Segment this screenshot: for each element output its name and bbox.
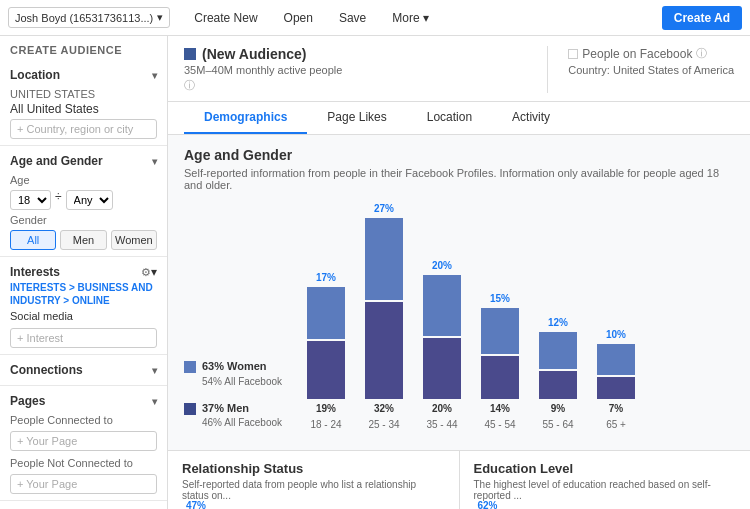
men-bar-1 bbox=[365, 302, 403, 399]
women-pct-5: 10% bbox=[606, 329, 626, 340]
location-chevron: ▾ bbox=[152, 70, 157, 81]
connected-to-label: People Connected to bbox=[10, 414, 157, 426]
women-bar-1 bbox=[365, 218, 403, 300]
age-label-1: 25 - 34 bbox=[368, 419, 399, 430]
age-label-3: 45 - 54 bbox=[484, 419, 515, 430]
age-gender-header[interactable]: Age and Gender ▾ bbox=[10, 152, 157, 170]
men-pct-3: 14% bbox=[490, 403, 510, 414]
connections-header[interactable]: Connections ▾ bbox=[10, 361, 157, 379]
relationship-desc: Self-reported data from people who list … bbox=[182, 479, 445, 501]
gender-men-button[interactable]: Men bbox=[60, 230, 106, 250]
tab-demographics[interactable]: Demographics bbox=[184, 102, 307, 134]
education-title: Education Level bbox=[474, 461, 737, 476]
interests-title[interactable]: Interests bbox=[10, 263, 141, 281]
sidebar-section-connections: Connections ▾ bbox=[0, 355, 167, 386]
fb-comparison-info: ⓘ bbox=[696, 46, 707, 61]
men-sub: 46% All Facebook bbox=[202, 416, 282, 430]
fb-comparison: People on Facebook ⓘ Country: United Sta… bbox=[547, 46, 734, 93]
legend-men: 37% Men 46% All Facebook bbox=[184, 401, 284, 430]
fb-comparison-title: People on Facebook ⓘ bbox=[568, 46, 734, 61]
pages-chevron: ▾ bbox=[152, 396, 157, 407]
bottom-cards: Relationship Status Self-reported data f… bbox=[168, 450, 750, 509]
sidebar-section-interests: Interests ⚙ ▾ INTERESTS > BUSINESS AND I… bbox=[0, 257, 167, 355]
tabs-bar: Demographics Page Likes Location Activit… bbox=[168, 102, 750, 135]
not-connected-to-input[interactable] bbox=[10, 474, 157, 494]
account-selector[interactable]: Josh Boyd (16531736113...) ▾ bbox=[8, 7, 170, 28]
women-bar-4 bbox=[539, 332, 577, 369]
create-new-button[interactable]: Create New bbox=[182, 7, 269, 29]
women-pct-4: 12% bbox=[548, 317, 568, 328]
content-area: (New Audience) 35M–40M monthly active pe… bbox=[168, 36, 750, 509]
create-ad-button[interactable]: Create Ad bbox=[662, 6, 742, 30]
rel-bar-1: 47% bbox=[182, 500, 210, 509]
relationship-card: Relationship Status Self-reported data f… bbox=[168, 451, 460, 509]
men-bar-0 bbox=[307, 341, 345, 399]
age-label-4: 55 - 64 bbox=[542, 419, 573, 430]
men-pct-1: 32% bbox=[374, 403, 394, 414]
interest-input[interactable] bbox=[10, 328, 157, 348]
gender-women-button[interactable]: Women bbox=[111, 230, 157, 250]
connections-chevron: ▾ bbox=[152, 365, 157, 376]
demographics-section: Age and Gender Self-reported information… bbox=[168, 135, 750, 442]
location-header[interactable]: Location ▾ bbox=[10, 66, 157, 84]
gender-buttons: All Men Women bbox=[10, 230, 157, 250]
age-selects: 18 ÷ Any bbox=[10, 190, 157, 210]
fb-comparison-sub: Country: United States of America bbox=[568, 64, 734, 76]
age-gender-chevron: ▾ bbox=[152, 156, 157, 167]
sidebar-section-age-gender: Age and Gender ▾ Age 18 ÷ Any Gender All… bbox=[0, 146, 167, 257]
interests-gear-icon[interactable]: ⚙ bbox=[141, 266, 151, 279]
men-pct-4: 9% bbox=[551, 403, 565, 414]
relationship-title: Relationship Status bbox=[182, 461, 445, 476]
interests-chevron: ▾ bbox=[151, 265, 157, 279]
location-input[interactable] bbox=[10, 119, 157, 139]
age-from-select[interactable]: 18 bbox=[10, 190, 51, 210]
age-group-55-64: 12% 9% 55 - 64 bbox=[532, 317, 584, 430]
women-bar-5 bbox=[597, 344, 635, 375]
age-gender-chart: 63% Women 54% All Facebook 37% Men 46% A… bbox=[184, 203, 734, 430]
bars-container: 17% 19% 18 - 24 27% 32% 25 - 34 20% 20% … bbox=[300, 203, 734, 430]
more-button[interactable]: More ▾ bbox=[380, 7, 441, 29]
age-gender-section-desc: Self-reported information from people in… bbox=[184, 167, 734, 191]
pages-header[interactable]: Pages ▾ bbox=[10, 392, 157, 410]
age-label-2: 35 - 44 bbox=[426, 419, 457, 430]
top-bar: Josh Boyd (16531736113...) ▾ Create New … bbox=[0, 0, 750, 36]
age-group-18-24: 17% 19% 18 - 24 bbox=[300, 272, 352, 430]
tab-page-likes[interactable]: Page Likes bbox=[307, 102, 406, 134]
audience-info-icon: ⓘ bbox=[184, 78, 523, 93]
women-pct-0: 17% bbox=[316, 272, 336, 283]
fb-comparison-square bbox=[568, 49, 578, 59]
audience-header: (New Audience) 35M–40M monthly active pe… bbox=[168, 36, 750, 102]
age-group-35-44: 20% 20% 35 - 44 bbox=[416, 260, 468, 430]
education-desc: The highest level of education reached b… bbox=[474, 479, 737, 501]
not-connected-to-label: People Not Connected to bbox=[10, 457, 157, 469]
men-bar-5 bbox=[597, 377, 635, 399]
interest-breadcrumb: INTERESTS > BUSINESS AND INDUSTRY > ONLI… bbox=[10, 281, 157, 307]
edu-bar-1-pct: 62% bbox=[477, 500, 497, 509]
women-bar-3 bbox=[481, 308, 519, 354]
audience-size: 35M–40M monthly active people bbox=[184, 64, 523, 76]
age-label-5: 65 + bbox=[606, 419, 626, 430]
men-pct-2: 20% bbox=[432, 403, 452, 414]
age-group-25-34: 27% 32% 25 - 34 bbox=[358, 203, 410, 430]
open-button[interactable]: Open bbox=[272, 7, 325, 29]
connected-to-input[interactable] bbox=[10, 431, 157, 451]
chart-legend: 63% Women 54% All Facebook 37% Men 46% A… bbox=[184, 359, 284, 430]
men-bar-2 bbox=[423, 338, 461, 399]
men-bar-3 bbox=[481, 356, 519, 399]
age-to-select[interactable]: Any bbox=[66, 190, 113, 210]
save-button[interactable]: Save bbox=[327, 7, 378, 29]
tab-location[interactable]: Location bbox=[407, 102, 492, 134]
interests-header: Interests ⚙ ▾ bbox=[10, 263, 157, 281]
women-pct: 63% Women bbox=[202, 359, 282, 374]
edu-bar-1: 62% bbox=[474, 500, 502, 509]
gender-label-text: Gender bbox=[10, 214, 157, 226]
gender-all-button[interactable]: All bbox=[10, 230, 56, 250]
women-pct-3: 15% bbox=[490, 293, 510, 304]
audience-blue-square bbox=[184, 48, 196, 60]
legend-women: 63% Women 54% All Facebook bbox=[184, 359, 284, 388]
sidebar: CREATE AUDIENCE Location ▾ UNITED STATES… bbox=[0, 36, 168, 509]
men-pct-0: 19% bbox=[316, 403, 336, 414]
tab-activity[interactable]: Activity bbox=[492, 102, 570, 134]
women-bar-0 bbox=[307, 287, 345, 339]
sidebar-section-pages: Pages ▾ People Connected to People Not C… bbox=[0, 386, 167, 501]
